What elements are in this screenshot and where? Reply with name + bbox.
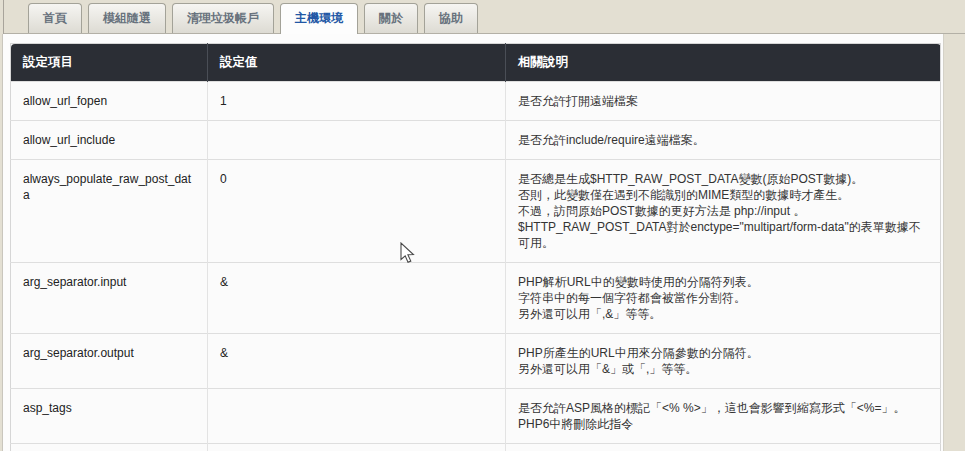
tab-help[interactable]: 協助 xyxy=(424,3,478,33)
table-row: asp_tags是否允許ASP風格的標記「<% %>」，這也會影響到縮寫形式「<… xyxy=(11,389,941,444)
setting-name: arg_separator.input xyxy=(11,263,208,334)
table-row: assert.active1是否啟用assert()斷言評估 xyxy=(11,444,941,451)
description-line: 否則，此變數僅在遇到不能識別的MIME類型的數據時才產生。 xyxy=(518,187,928,203)
description-line: 是否總是生成$HTTP_RAW_POST_DATA變數(原始POST數據)。 xyxy=(518,171,928,187)
content-panel: 設定項目 設定值 相關說明 allow_url_fopen1是否允許打開遠端檔案… xyxy=(2,34,944,451)
setting-name: asp_tags xyxy=(11,389,208,444)
tab-bar: 首頁模組隨選清理垃圾帳戶主機環境關於協助 xyxy=(4,0,965,34)
setting-value xyxy=(208,389,506,444)
setting-value: 1 xyxy=(208,82,506,121)
setting-name: arg_separator.output xyxy=(11,334,208,389)
tab-clean-junk-accounts[interactable]: 清理垃圾帳戶 xyxy=(172,3,274,33)
setting-value xyxy=(208,121,506,160)
description-line: 是否允許include/require遠端檔案。 xyxy=(518,132,928,148)
table-row: always_populate_raw_post_data0是否總是生成$HTT… xyxy=(11,160,941,263)
setting-value: 1 xyxy=(208,444,506,451)
header-setting-value: 設定值 xyxy=(208,44,506,82)
settings-table-body: allow_url_fopen1是否允許打開遠端檔案allow_url_incl… xyxy=(11,82,941,451)
table-row: arg_separator.output&PHP所產生的URL中用來分隔參數的分… xyxy=(11,334,941,389)
description-line: 不過，訪問原始POST數據的更好方法是 php://input 。 xyxy=(518,203,928,219)
tab-modules-on-demand[interactable]: 模組隨選 xyxy=(88,3,166,33)
setting-name: always_populate_raw_post_data xyxy=(11,160,208,263)
table-header-row: 設定項目 設定值 相關說明 xyxy=(11,44,941,82)
tab-host-environment[interactable]: 主機環境 xyxy=(280,3,358,34)
setting-description: 是否允許ASP風格的標記「<% %>」，這也會影響到縮寫形式「<%=」。PHP6… xyxy=(506,389,941,444)
description-line: 另外還可以用「,&」等等。 xyxy=(518,306,928,322)
description-line: $HTTP_RAW_POST_DATA對於enctype="multipart/… xyxy=(518,219,928,251)
settings-table: 設定項目 設定值 相關說明 allow_url_fopen1是否允許打開遠端檔案… xyxy=(10,43,941,451)
setting-value: & xyxy=(208,334,506,389)
tab-about[interactable]: 關於 xyxy=(364,3,418,33)
header-setting-item: 設定項目 xyxy=(11,44,208,82)
description-line: PHP6中將刪除此指令 xyxy=(518,416,928,432)
setting-description: 是否允許打開遠端檔案 xyxy=(506,82,941,121)
tab-home[interactable]: 首頁 xyxy=(28,3,82,33)
setting-description: PHP解析URL中的變數時使用的分隔符列表。字符串中的每一個字符都會被當作分割符… xyxy=(506,263,941,334)
header-description: 相關說明 xyxy=(506,44,941,82)
setting-value: & xyxy=(208,263,506,334)
setting-name: assert.active xyxy=(11,444,208,451)
description-line: PHP解析URL中的變數時使用的分隔符列表。 xyxy=(518,274,928,290)
setting-value: 0 xyxy=(208,160,506,263)
description-line: 字符串中的每一個字符都會被當作分割符。 xyxy=(518,290,928,306)
setting-name: allow_url_fopen xyxy=(11,82,208,121)
setting-description: PHP所產生的URL中用來分隔參數的分隔符。另外還可以用「&」或「,」等等。 xyxy=(506,334,941,389)
description-line: 另外還可以用「&」或「,」等等。 xyxy=(518,361,928,377)
setting-name: allow_url_include xyxy=(11,121,208,160)
description-line: 是否允許ASP風格的標記「<% %>」，這也會影響到縮寫形式「<%=」。 xyxy=(518,400,928,416)
setting-description: 是否總是生成$HTTP_RAW_POST_DATA變數(原始POST數據)。否則… xyxy=(506,160,941,263)
setting-description: 是否允許include/require遠端檔案。 xyxy=(506,121,941,160)
table-row: arg_separator.input&PHP解析URL中的變數時使用的分隔符列… xyxy=(11,263,941,334)
setting-description: 是否啟用assert()斷言評估 xyxy=(506,444,941,451)
description-line: 是否允許打開遠端檔案 xyxy=(518,93,928,109)
table-row: allow_url_fopen1是否允許打開遠端檔案 xyxy=(11,82,941,121)
table-row: allow_url_include是否允許include/require遠端檔案… xyxy=(11,121,941,160)
description-line: PHP所產生的URL中用來分隔參數的分隔符。 xyxy=(518,345,928,361)
